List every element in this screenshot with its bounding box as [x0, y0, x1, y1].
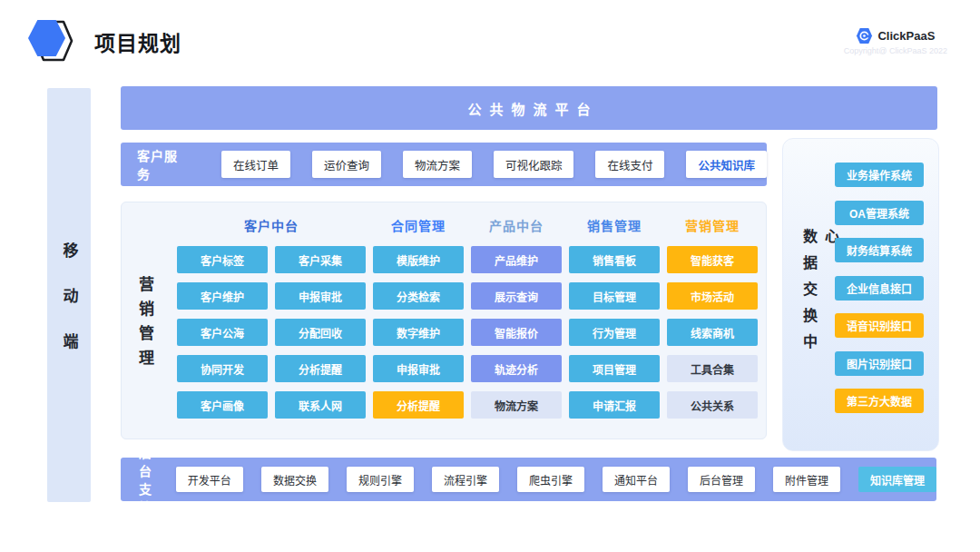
matrix-module-cell[interactable]: 数字维护: [373, 319, 464, 346]
matrix-module-cell[interactable]: 分析提醒: [275, 355, 366, 382]
matrix-grid: 客户中台合同管理产品中台销售管理营销管理客户标签客户采集模版维护产品维护销售看板…: [177, 213, 758, 419]
matrix-module-cell[interactable]: 物流方案: [471, 391, 562, 419]
banner-logistics-platform: 公共物流平台: [121, 86, 937, 130]
exchange-item[interactable]: 第三方大数据: [835, 389, 924, 413]
clickpaas-logo-icon: [856, 27, 873, 44]
app-header: 项目规划: [27, 16, 181, 67]
page-title: 项目规划: [94, 26, 181, 57]
bar-button[interactable]: 公共知识库: [686, 151, 767, 178]
matrix-module-cell[interactable]: 目标管理: [569, 282, 660, 310]
bar-button[interactable]: 流程引擎: [432, 467, 499, 492]
brand-copyright: Copyright@ ClickPaaS 2022: [844, 46, 947, 55]
matrix-module-cell[interactable]: 申报审批: [373, 355, 464, 382]
bar-button[interactable]: 在线订单: [221, 151, 290, 178]
matrix-module-cell[interactable]: 分析提醒: [373, 391, 464, 419]
matrix-column-header: 销售管理: [569, 213, 660, 237]
exchange-item[interactable]: 财务结算系统: [835, 238, 924, 262]
brand: ClickPaaS Copyright@ ClickPaaS 2022: [844, 27, 947, 55]
bar-button[interactable]: 数据交换: [261, 467, 328, 492]
service-row: 客户服务 在线订单运价查询物流方案可视化跟踪在线支付公共知识库: [121, 143, 767, 186]
bar-button[interactable]: 通知平台: [603, 467, 670, 492]
matrix-module-cell[interactable]: 申请汇报: [569, 391, 660, 419]
matrix-module-cell[interactable]: 客户画像: [177, 391, 268, 419]
exchange-item[interactable]: 业务操作系统: [835, 163, 924, 187]
data-exchange-panel: 数据交换中心 业务操作系统OA管理系统财务结算系统企业信息接口语音识别接口图片识…: [782, 138, 939, 451]
exchange-item[interactable]: 图片识别接口: [835, 351, 924, 376]
page: 项目规划 ClickPaaS Copyright@ ClickPaaS 2022…: [0, 0, 980, 552]
matrix-module-cell[interactable]: 线索商机: [667, 319, 758, 346]
matrix-module-cell[interactable]: 客户标签: [177, 246, 268, 273]
bar-button[interactable]: 运价查询: [312, 151, 381, 178]
banner-title: 公共物流平台: [459, 99, 598, 118]
sidebar-mobile: 移动端: [47, 88, 91, 502]
matrix-column-header: 合同管理: [373, 213, 464, 237]
bar-button[interactable]: 爬虫引擎: [517, 467, 584, 492]
matrix-column-header: 客户中台: [177, 213, 366, 237]
exchange-item[interactable]: 语音识别接口: [835, 313, 924, 338]
matrix-module-cell[interactable]: 公共关系: [667, 391, 758, 419]
bar-button[interactable]: 开发平台: [176, 467, 243, 492]
service-row-label: 客户服务: [137, 146, 191, 182]
matrix-module-cell[interactable]: 市场活动: [667, 282, 758, 310]
matrix-module-cell[interactable]: 协同开发: [177, 355, 268, 382]
sidebar-label: 移动端: [58, 212, 81, 379]
matrix-module-cell[interactable]: 项目管理: [569, 355, 660, 382]
matrix-module-cell[interactable]: 产品维护: [471, 246, 562, 273]
matrix-column-header: 产品中台: [471, 213, 562, 237]
matrix-module-cell[interactable]: 销售看板: [569, 246, 660, 273]
matrix-module-cell[interactable]: 联系人网: [275, 391, 366, 419]
support-row-label: 后台支撑: [139, 443, 154, 516]
bar-button[interactable]: 物流方案: [403, 151, 472, 178]
bar-button[interactable]: 可视化跟踪: [494, 151, 574, 178]
matrix-module-cell[interactable]: 行为管理: [569, 319, 660, 346]
bar-button[interactable]: 在线支付: [595, 151, 664, 178]
matrix-module-cell[interactable]: 客户公海: [177, 319, 268, 346]
matrix-module-cell[interactable]: 智能获客: [667, 246, 758, 273]
support-row: 后台支撑 开发平台数据交换规则引擎流程引擎爬虫引擎通知平台后台管理附件管理知识库…: [121, 458, 936, 501]
matrix-module-cell[interactable]: 智能报价: [471, 319, 562, 346]
matrix-module-cell[interactable]: 分类检索: [373, 282, 464, 310]
matrix-module-cell[interactable]: 工具合集: [667, 355, 758, 382]
matrix-side-label: 营销管理: [133, 267, 156, 374]
matrix-column-header: 营销管理: [667, 213, 758, 237]
bar-button[interactable]: 附件管理: [773, 467, 840, 492]
brand-name: ClickPaaS: [877, 29, 935, 43]
service-buttons: 在线订单运价查询物流方案可视化跟踪在线支付公共知识库: [221, 151, 767, 178]
matrix-module-cell[interactable]: 客户维护: [177, 282, 268, 310]
matrix-module-cell[interactable]: 客户采集: [275, 246, 366, 273]
matrix-module-cell[interactable]: 模版维护: [373, 246, 464, 273]
hexagon-logo-icon: [27, 16, 80, 67]
exchange-item[interactable]: OA管理系统: [835, 201, 924, 225]
bar-button[interactable]: 规则引擎: [347, 467, 414, 492]
exchange-items: 业务操作系统OA管理系统财务结算系统企业信息接口语音识别接口图片识别接口第三方大…: [835, 163, 924, 413]
exchange-item[interactable]: 企业信息接口: [835, 276, 924, 301]
matrix-module-cell[interactable]: 展示查询: [471, 282, 562, 310]
matrix-module-cell[interactable]: 轨迹分析: [471, 355, 562, 382]
marketing-matrix-panel: 营销管理 客户中台合同管理产品中台销售管理营销管理客户标签客户采集模版维护产品维…: [121, 202, 767, 439]
matrix-module-cell[interactable]: 分配回收: [275, 319, 366, 346]
bar-button[interactable]: 后台管理: [688, 467, 755, 492]
support-buttons: 开发平台数据交换规则引擎流程引擎爬虫引擎通知平台后台管理附件管理知识库管理: [176, 467, 936, 492]
matrix-module-cell[interactable]: 申报审批: [275, 282, 366, 310]
bar-button[interactable]: 知识库管理: [858, 467, 936, 492]
